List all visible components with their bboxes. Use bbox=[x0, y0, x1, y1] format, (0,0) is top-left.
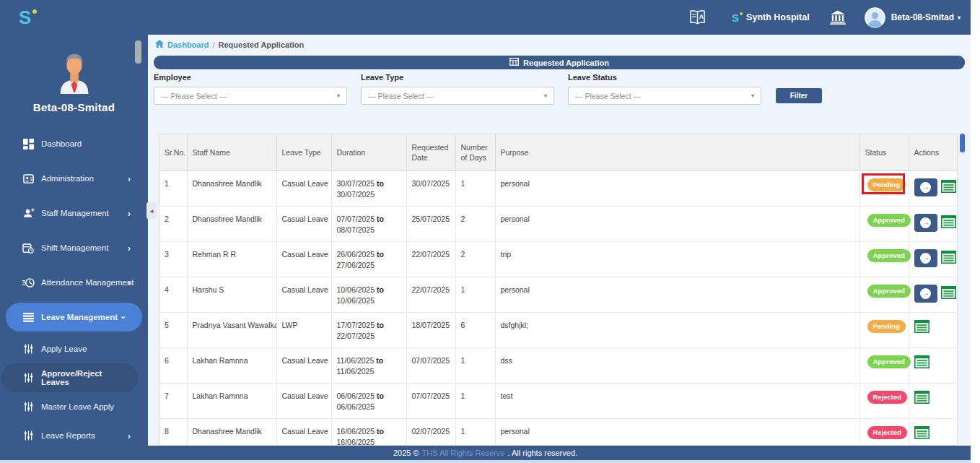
cell-purpose: test bbox=[495, 383, 859, 418]
view-button[interactable]: → bbox=[914, 249, 938, 267]
cell-actions bbox=[909, 418, 958, 446]
sidebar-item-apply-leave[interactable]: Apply Leave bbox=[0, 334, 148, 363]
chevron-right-icon: › bbox=[128, 431, 131, 441]
sidebar-item-master-leave-apply[interactable]: Master Leave Apply bbox=[0, 392, 148, 421]
table-row: 7Lakhan RamnnaCasual Leave06/06/2025 to0… bbox=[159, 383, 958, 418]
details-button[interactable] bbox=[914, 391, 929, 406]
sidebar-collapse-button[interactable]: ◂ bbox=[146, 202, 157, 219]
filter-button[interactable]: Filter bbox=[776, 88, 822, 103]
cell-status: Rejected bbox=[859, 418, 909, 446]
select-employee[interactable]: — Please Select —▾ bbox=[154, 87, 347, 105]
cell-requested-date: 07/07/2025 bbox=[406, 347, 455, 383]
status-badge: Pending bbox=[867, 320, 906, 333]
details-icon bbox=[941, 286, 956, 301]
table-row: 8Dhanashree MandlikCasual Leave16/06/202… bbox=[159, 418, 958, 446]
breadcrumb-dashboard-link[interactable]: Dashboard bbox=[167, 40, 209, 49]
sidebar-item-leave-reports[interactable]: Leave Reports› bbox=[0, 421, 148, 446]
sliders-icon bbox=[22, 430, 35, 441]
cell-actions bbox=[909, 312, 958, 347]
cell-srno: 1 bbox=[159, 170, 187, 206]
hospital-logo-icon: S bbox=[732, 12, 739, 23]
navbar-right: A S Synth Hospital Beta-08-Smitad ▾ bbox=[689, 7, 961, 28]
sidebar-item-staff-management[interactable]: Staff Management› bbox=[0, 196, 148, 230]
cell-requested-date: 25/07/2025 bbox=[406, 206, 455, 241]
cell-purpose: trip bbox=[495, 241, 859, 277]
cell-leave-type: Casual Leave bbox=[276, 170, 331, 206]
column-header-actions: Actions bbox=[909, 134, 958, 170]
sidebar-item-dashboard[interactable]: Dashboard bbox=[0, 126, 148, 161]
status-badge: Rejected bbox=[867, 391, 908, 404]
filter-field-leave-status: Leave Status— Please Select —▾ bbox=[568, 73, 761, 105]
cell-leave-type: Casual Leave bbox=[276, 241, 331, 277]
cell-staff-name: Lakhan Ramnna bbox=[187, 347, 276, 383]
details-button[interactable] bbox=[914, 426, 929, 441]
actions-wrap: → bbox=[914, 214, 957, 232]
cell-status: Approved bbox=[859, 347, 909, 383]
translate-icon[interactable]: A bbox=[689, 10, 706, 25]
table-scrollbar[interactable] bbox=[960, 134, 965, 152]
cell-purpose: personal bbox=[495, 277, 859, 312]
brand-letter: S bbox=[19, 7, 31, 28]
details-button[interactable] bbox=[941, 215, 956, 230]
details-button[interactable] bbox=[941, 286, 956, 301]
view-button[interactable]: → bbox=[914, 214, 938, 232]
brand-logo[interactable]: S bbox=[19, 8, 31, 27]
details-icon bbox=[914, 355, 929, 371]
cell-srno: 4 bbox=[159, 277, 187, 312]
actions-wrap bbox=[914, 391, 957, 406]
breadcrumb: Dashboard / Requested Application bbox=[155, 40, 304, 49]
breadcrumb-current: Requested Application bbox=[219, 40, 305, 49]
select-leave-status[interactable]: — Please Select —▾ bbox=[568, 87, 761, 105]
sidebar-item-label: Leave Reports bbox=[41, 431, 95, 440]
cell-status: Approved bbox=[859, 277, 909, 312]
cell-actions: → bbox=[909, 277, 958, 312]
cell-actions: → bbox=[909, 206, 958, 241]
column-header-sr-no: Sr.No. bbox=[159, 134, 187, 170]
cell-actions: → bbox=[909, 170, 958, 206]
sidebar-item-leave-management[interactable]: Leave Management› bbox=[6, 303, 142, 332]
footer: 2025 © THS All Rights Reserve . All righ… bbox=[0, 446, 971, 460]
sidebar-scrollbar[interactable] bbox=[135, 40, 141, 64]
chevron-right-icon: › bbox=[128, 278, 131, 287]
bank-icon[interactable] bbox=[830, 10, 846, 25]
select-leave-type[interactable]: — Please Select —▾ bbox=[361, 87, 554, 105]
table-header-row: Sr.No.Staff NameLeave TypeDurationReques… bbox=[159, 134, 958, 170]
details-icon bbox=[941, 180, 956, 195]
details-button[interactable] bbox=[914, 355, 929, 371]
attendance-icon bbox=[22, 277, 35, 288]
footer-brand-link[interactable]: THS All Rights Reserve bbox=[422, 449, 505, 457]
view-button[interactable]: → bbox=[914, 285, 938, 303]
cell-staff-name: Pradnya Vasant Wawalkar bbox=[187, 312, 276, 347]
details-button[interactable] bbox=[914, 320, 929, 335]
brand-dot-icon bbox=[740, 12, 743, 15]
sidebar-item-approve-reject-leaves[interactable]: Approve/Reject Leaves bbox=[1, 363, 138, 392]
cell-status: Pending bbox=[859, 170, 909, 206]
cell-duration: 11/06/2025 to11/06/2025 bbox=[331, 347, 406, 383]
sliders-icon bbox=[22, 402, 35, 412]
home-icon bbox=[155, 40, 164, 49]
sidebar-item-shift-management[interactable]: Shift Management› bbox=[0, 230, 148, 265]
view-button[interactable]: → bbox=[914, 178, 938, 196]
table-row: 5Pradnya Vasant WawalkarLWP17/07/2025 to… bbox=[159, 312, 958, 347]
user-avatar[interactable] bbox=[865, 7, 885, 28]
filter-label: Leave Type bbox=[361, 73, 554, 82]
select-value: — Please Select — bbox=[575, 92, 641, 100]
cell-duration: 30/07/2025 to30/07/2025 bbox=[331, 170, 406, 206]
hospital-name[interactable]: Synth Hospital bbox=[746, 12, 810, 22]
sliders-icon bbox=[22, 373, 35, 383]
status-badge: Rejected bbox=[867, 426, 908, 439]
column-header-duration: Duration bbox=[331, 134, 406, 170]
cell-srno: 2 bbox=[159, 206, 187, 241]
details-button[interactable] bbox=[941, 251, 956, 266]
cell-srno: 6 bbox=[159, 347, 187, 383]
cell-purpose: personal bbox=[495, 418, 859, 446]
user-menu[interactable]: Beta-08-Smitad ▾ bbox=[891, 12, 961, 22]
cell-leave-type: Casual Leave bbox=[276, 383, 331, 418]
column-header-requested-date: Requested Date bbox=[406, 134, 455, 170]
details-button[interactable] bbox=[941, 180, 956, 195]
sidebar-item-attendance-management[interactable]: Attendance Management› bbox=[0, 265, 148, 300]
sidebar-profile: Beta-08-Smitad bbox=[0, 35, 148, 113]
sidebar-item-administration[interactable]: Administration› bbox=[0, 161, 148, 196]
filter-label: Leave Status bbox=[568, 73, 761, 82]
column-header-purpose: Purpose bbox=[495, 134, 859, 170]
